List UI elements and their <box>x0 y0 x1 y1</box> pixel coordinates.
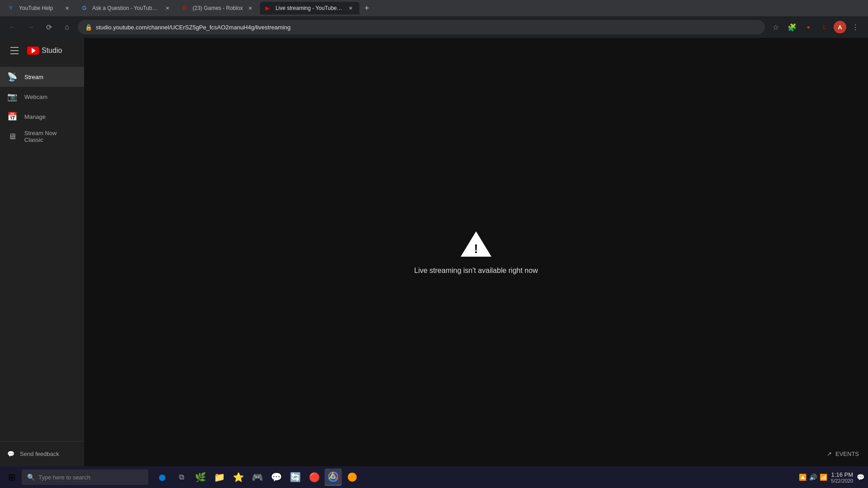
sidebar-item-stream-label: Stream <box>24 74 43 80</box>
taskbar-chrome[interactable] <box>325 469 342 486</box>
stream-now-classic-icon: 🖥 <box>7 132 17 141</box>
lock-icon: 🔒 <box>85 24 92 31</box>
tab-close-3[interactable]: ✕ <box>246 5 254 12</box>
events-button[interactable]: ↗ EVENTS <box>827 450 859 457</box>
taskbar-cortana[interactable]: ⬤ <box>154 469 171 486</box>
taskbar-app-3[interactable]: ⭐ <box>230 469 247 486</box>
tab-title-2: Ask a Question - YouTube Comm... <box>92 5 160 11</box>
tab-favicon-2: G <box>82 5 89 11</box>
error-message: Live streaming isn't available right now <box>414 267 538 275</box>
bookmark-icon[interactable]: ☆ <box>769 20 783 34</box>
tab-bar: Y YouTube Help ✕ G Ask a Question - YouT… <box>0 0 868 16</box>
sidebar-item-webcam-label: Webcam <box>24 94 47 100</box>
menu-icon[interactable]: ⋮ <box>848 20 863 34</box>
taskbar-right: 🔼 🔊 📶 1:16 PM 5/22/2020 💬 <box>799 471 864 483</box>
sidebar-nav: 📡 Stream 📷 Webcam 📅 Manage 🖥 Stream Now … <box>0 63 84 441</box>
address-bar: ← → ⟳ ⌂ 🔒 studio.youtube.com/channel/UCE… <box>0 16 868 38</box>
browser-chrome: Y YouTube Help ✕ G Ask a Question - YouT… <box>0 0 868 38</box>
taskbar-app-6[interactable]: 🔄 <box>287 469 304 486</box>
tab-roblox[interactable]: R (23) Games - Roblox ✕ <box>177 2 259 14</box>
tab-title-3: (23) Games - Roblox <box>193 5 243 11</box>
url-bar[interactable]: 🔒 studio.youtube.com/channel/UCErSZ5gPe_… <box>78 20 765 34</box>
youtube-play-icon <box>27 47 39 55</box>
toolbar-icons: ☆ 🧩 ● L A ⋮ <box>769 20 863 34</box>
tab-title-1: YouTube Help <box>19 5 60 11</box>
tab-youtube-help[interactable]: Y YouTube Help ✕ <box>4 2 76 14</box>
main-content: ! Live streaming isn't available right n… <box>84 38 868 466</box>
tab-favicon-1: Y <box>9 5 15 11</box>
date-display: 5/22/2020 <box>831 478 853 483</box>
profile-red-icon[interactable]: ● <box>801 20 816 34</box>
refresh-button[interactable]: ⟳ <box>42 20 56 34</box>
user-avatar[interactable]: A <box>834 21 846 33</box>
url-text: studio.youtube.com/channel/UCErSZ5gPe_fc… <box>96 24 758 31</box>
taskbar-search[interactable]: 🔍 Type here to search <box>22 469 148 485</box>
svg-text:!: ! <box>474 242 478 256</box>
extensions-icon[interactable]: 🧩 <box>785 20 799 34</box>
studio-text: Studio <box>42 47 62 55</box>
warning-icon: ! <box>460 230 492 258</box>
app-layout: Studio 📡 Stream 📷 Webcam 📅 Manage 🖥 S <box>0 38 868 466</box>
start-button[interactable]: ⊞ <box>4 469 20 485</box>
taskbar-app-1[interactable]: 🌿 <box>192 469 209 486</box>
send-feedback-button[interactable]: 💬 Send feedback <box>7 447 77 461</box>
windows-icon: ⊞ <box>8 472 16 483</box>
sidebar-header: Studio <box>0 38 84 63</box>
webcam-icon: 📷 <box>7 92 17 102</box>
back-button[interactable]: ← <box>5 20 20 34</box>
taskbar: ⊞ 🔍 Type here to search ⬤ ⧉ 🌿 📁 ⭐ 🎮 💬 🔄 … <box>0 466 868 488</box>
taskbar-taskview[interactable]: ⧉ <box>173 469 190 486</box>
sidebar-item-stream-now-classic[interactable]: 🖥 Stream Now Classic <box>0 127 84 146</box>
yt-studio-logo: Studio <box>27 47 62 55</box>
tray-volume[interactable]: 🔊 <box>809 474 817 481</box>
time-display: 1:16 PM <box>831 471 853 478</box>
stream-icon: 📡 <box>7 72 17 82</box>
taskbar-app-2[interactable]: 📁 <box>211 469 228 486</box>
search-icon: 🔍 <box>27 474 35 481</box>
hamburger-menu[interactable] <box>7 43 22 58</box>
new-tab-button[interactable]: + <box>360 2 373 14</box>
tab-yt-studio[interactable]: ▶ Live streaming - YouTube Studio ✕ <box>260 2 359 14</box>
search-placeholder: Type here to search <box>38 474 90 481</box>
taskbar-app-orange[interactable]: 🟠 <box>344 469 361 486</box>
sidebar-footer: 💬 Send feedback <box>0 441 84 466</box>
tray-network[interactable]: 📶 <box>820 474 827 481</box>
events-label: EVENTS <box>835 450 859 457</box>
taskbar-icons: ⬤ ⧉ 🌿 📁 ⭐ 🎮 💬 🔄 🔴 🟠 <box>154 469 361 486</box>
tab-favicon-4: ▶ <box>265 5 272 11</box>
tab-close-1[interactable]: ✕ <box>63 5 71 12</box>
tab-ask-question[interactable]: G Ask a Question - YouTube Comm... ✕ <box>77 2 176 14</box>
sidebar-item-manage-label: Manage <box>24 113 46 120</box>
taskbar-app-4[interactable]: 🎮 <box>249 469 266 486</box>
tab-favicon-3: R <box>183 5 189 11</box>
sidebar: Studio 📡 Stream 📷 Webcam 📅 Manage 🖥 S <box>0 38 84 466</box>
sidebar-item-webcam[interactable]: 📷 Webcam <box>0 87 84 107</box>
home-button[interactable]: ⌂ <box>60 20 74 34</box>
manage-icon: 📅 <box>7 112 17 122</box>
lastpass-icon[interactable]: L <box>817 20 832 34</box>
feedback-label: Send feedback <box>20 450 59 457</box>
tab-close-4[interactable]: ✕ <box>347 5 354 12</box>
warning-triangle-svg: ! <box>460 230 492 258</box>
error-container: ! Live streaming isn't available right n… <box>414 230 538 275</box>
taskbar-app-7[interactable]: 🔴 <box>306 469 323 486</box>
taskbar-app-5[interactable]: 💬 <box>268 469 285 486</box>
feedback-icon: 💬 <box>7 450 14 457</box>
sidebar-item-stream[interactable]: 📡 Stream <box>0 67 84 87</box>
notifications-icon[interactable]: 💬 <box>857 474 864 481</box>
forward-button[interactable]: → <box>24 20 38 34</box>
system-tray: 🔼 🔊 📶 <box>799 474 827 481</box>
svg-point-4 <box>332 475 335 479</box>
tab-close-2[interactable]: ✕ <box>164 5 171 12</box>
tab-title-4: Live streaming - YouTube Studio <box>275 5 343 11</box>
events-icon: ↗ <box>827 450 832 457</box>
sidebar-item-stream-now-classic-label: Stream Now Classic <box>24 130 77 143</box>
sidebar-item-manage[interactable]: 📅 Manage <box>0 107 84 127</box>
tray-expand[interactable]: 🔼 <box>799 474 807 481</box>
clock[interactable]: 1:16 PM 5/22/2020 <box>831 471 853 483</box>
